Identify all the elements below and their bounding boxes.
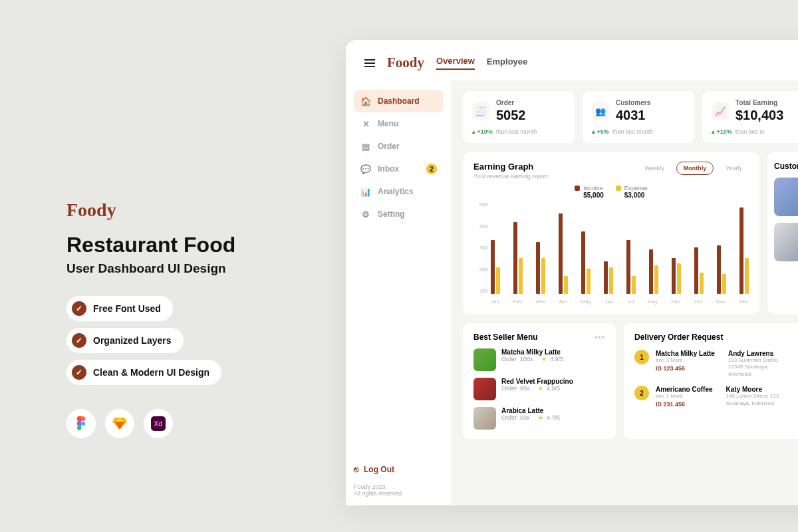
chart-bar[interactable] [700, 273, 704, 294]
star-icon: ★ [538, 414, 543, 421]
copyright: Foody 2023. [354, 483, 444, 490]
chart-bar[interactable] [672, 258, 676, 294]
home-icon: 🏠 [360, 96, 371, 106]
chart-bar[interactable] [694, 247, 698, 294]
sidebar-item-label: Order [378, 142, 400, 151]
chart-bar[interactable] [632, 276, 636, 294]
sidebar-item-setting[interactable]: ⚙Setting [354, 203, 444, 225]
chart-bar[interactable] [722, 274, 726, 294]
check-icon: ✓ [72, 301, 86, 316]
check-icon: ✓ [72, 333, 86, 348]
stat-change: ▴ +10% than last m [712, 128, 798, 135]
customer-thumb[interactable] [774, 223, 798, 261]
feature-label: Organized Layers [93, 335, 172, 346]
delivery-title: Delivery Order Request [634, 332, 723, 342]
chart-bar[interactable] [677, 263, 681, 294]
customer-title: Custor [774, 162, 798, 171]
menu-item[interactable]: Arabica LatteOrder83x ★4.7/5 [473, 407, 605, 430]
sidebar-item-menu[interactable]: ✕Menu [354, 112, 444, 135]
star-icon: ★ [541, 356, 547, 362]
stat-card[interactable]: 📈Total Earning$10,403▴ +10% than last m [702, 91, 798, 143]
utensils-icon: ✕ [360, 118, 371, 129]
menu-item[interactable]: Matcha Milky LatteOrder100x ★4.9/5 [473, 348, 605, 371]
menu-meta: Order100x ★4.9/5 [501, 356, 563, 362]
stat-change: ▴ +5% than last month [592, 128, 685, 135]
stat-label: Total Earning [735, 99, 783, 106]
document-icon: ▤ [360, 141, 371, 152]
chart-bar[interactable] [745, 258, 749, 294]
delivery-row[interactable]: 2Americano Coffeeand 1 MoreID 231 456Kat… [634, 386, 798, 408]
sidebar-item-dashboard[interactable]: 🏠Dashboard [354, 90, 444, 112]
svg-text:Xd: Xd [154, 420, 163, 428]
chart-icon: 📊 [360, 186, 371, 197]
delivery-address: 145 Lorem Street, 123Surabaya, Indonesic [726, 393, 779, 407]
menu-item[interactable]: Red Velvet FrappucinoOrder95x ★4.8/5 [473, 378, 605, 400]
stat-card[interactable]: 🧾Order5052▴ +10% than last month [463, 91, 575, 143]
gear-icon: ⚙ [360, 209, 371, 219]
customer-thumb[interactable] [774, 178, 798, 216]
stat-card[interactable]: 👥Customers4031▴ +5% than last month [583, 91, 694, 143]
chart-bar[interactable] [587, 269, 591, 294]
legend-swatch [575, 186, 580, 191]
feature-pill: ✓Organized Layers [66, 328, 184, 353]
period-tab[interactable]: Monthly [676, 162, 714, 175]
logout-button[interactable]: ⎋Log Out [354, 465, 444, 474]
sidebar-item-inbox[interactable]: 💬Inbox2 [354, 158, 444, 180]
stat-value: $10,403 [735, 108, 783, 123]
logout-icon: ⎋ [354, 465, 358, 474]
stat-label: Order [496, 99, 526, 106]
order-icon: 🧾 [472, 102, 489, 120]
chart-bar[interactable] [604, 261, 608, 294]
chart-bar[interactable] [513, 222, 517, 294]
more-icon[interactable]: ••• [595, 332, 605, 342]
chart-bar[interactable] [541, 258, 545, 294]
sidebar-item-label: Inbox [378, 164, 399, 174]
xd-icon: Xd [144, 409, 173, 438]
copyright: All rights reserved. [354, 490, 444, 497]
chart-bar[interactable] [519, 258, 523, 294]
sketch-icon [105, 409, 134, 438]
feature-label: Clean & Modern UI Design [93, 367, 209, 378]
menu-thumb [473, 407, 496, 430]
best-seller-title: Best Seller Menu [473, 332, 538, 342]
chart-bar[interactable] [649, 249, 653, 295]
sidebar-item-label: Menu [378, 119, 398, 128]
tab-employee[interactable]: Employee [487, 57, 527, 69]
menu-meta: Order95x ★4.8/5 [501, 385, 573, 392]
stat-label: Customers [616, 99, 650, 106]
menu-name: Red Velvet Frappucino [501, 378, 573, 385]
sidebar-item-label: Setting [378, 209, 405, 219]
figma-icon [66, 409, 96, 438]
chart-bar[interactable] [491, 240, 495, 294]
earning-graph-title: Earning Graph [473, 162, 548, 172]
delivery-id: ID 123 456 [656, 365, 715, 372]
promo-subtitle: User Dashboard UI Design [66, 261, 286, 276]
period-tab[interactable]: Weekly [638, 162, 670, 174]
delivery-product: Americano Coffee [656, 386, 713, 393]
sidebar-item-order[interactable]: ▤Order [354, 135, 444, 158]
period-tab[interactable]: Yearly [719, 162, 749, 174]
stat-change: ▴ +10% than last month [472, 128, 565, 135]
delivery-number: 1 [634, 350, 649, 364]
sidebar-item-label: Dashboard [378, 96, 420, 106]
earning-icon: 📈 [712, 102, 729, 120]
chart-bar[interactable] [609, 267, 613, 295]
chart-bar[interactable] [564, 276, 568, 294]
chat-icon: 💬 [360, 164, 371, 174]
chart-bar[interactable] [581, 231, 585, 295]
customer-card: Custor [767, 152, 798, 314]
dashboard-window: Foody Overview Employee 🏠Dashboard ✕Menu… [346, 40, 798, 505]
hamburger-icon[interactable] [364, 59, 375, 67]
chart-bar[interactable] [536, 242, 540, 294]
chart-bar[interactable] [717, 245, 721, 294]
tab-overview[interactable]: Overview [436, 56, 475, 70]
chart-bar[interactable] [626, 240, 630, 294]
sidebar-item-analytics[interactable]: 📊Analytics [354, 180, 444, 203]
chart-bar[interactable] [559, 213, 563, 295]
delivery-row[interactable]: 1Matcha Milky Latteand 3 MoreID 123 456A… [634, 350, 798, 378]
chart-bar[interactable] [654, 265, 658, 294]
menu-meta: Order83x ★4.7/5 [501, 414, 560, 421]
stat-value: 4031 [616, 108, 650, 123]
chart-bar[interactable] [496, 267, 500, 295]
chart-bar[interactable] [739, 207, 743, 294]
